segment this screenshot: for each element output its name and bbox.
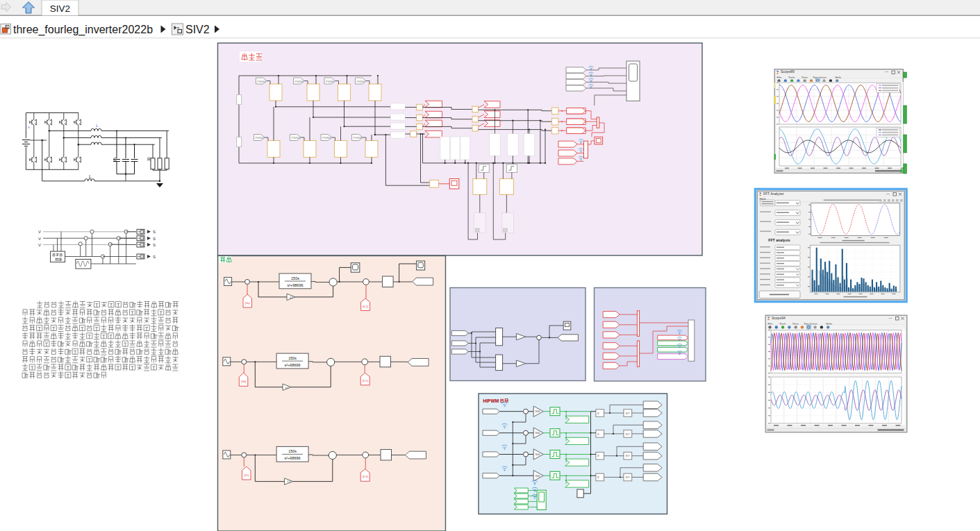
svg-text:[Vc]: [Vc] (244, 473, 249, 477)
svg-text:—: — (886, 192, 890, 196)
svg-text:PWM5: PWM5 (326, 80, 335, 83)
svg-text:R: R (147, 157, 151, 162)
svg-text:0.1: 0.1 (290, 296, 293, 299)
svg-text:0.1: 0.1 (288, 480, 291, 483)
svg-text:≥: ≥ (597, 432, 599, 436)
svg-text:150s: 150s (288, 449, 297, 453)
svg-text:NOT: NOT (626, 412, 631, 415)
svg-text:≥: ≥ (597, 411, 599, 415)
svg-text:NOT: NOT (626, 476, 631, 479)
svg-text:PWM1: PWM1 (258, 80, 267, 83)
svg-text:3000: 3000 (535, 432, 540, 435)
svg-text:≥: ≥ (597, 453, 599, 457)
svg-text:PWM6: PWM6 (322, 136, 331, 140)
svg-text:[IL1]: [IL1] (363, 305, 368, 308)
svg-text:S: S (153, 230, 156, 234)
svg-text:V: V (38, 237, 41, 241)
svg-text:[IL3]: [IL3] (363, 475, 368, 478)
svg-text:SIV2: SIV2 (185, 24, 210, 35)
svg-text:FFT analysis: FFT analysis (768, 238, 790, 242)
svg-text:PWM4: PWM4 (292, 136, 301, 140)
svg-text:s²+98696: s²+98696 (285, 363, 301, 367)
svg-text:HIPWM: HIPWM (483, 398, 499, 403)
svg-text:3000: 3000 (535, 410, 540, 413)
svg-text:3000: 3000 (535, 475, 540, 478)
svg-text:—: — (885, 69, 888, 74)
svg-text:FFT Analyzer: FFT Analyzer (763, 192, 784, 196)
svg-text:PWM7: PWM7 (357, 80, 366, 83)
svg-text:NOT: NOT (626, 433, 631, 436)
svg-text:L: L (96, 124, 99, 128)
svg-text:S: S (153, 237, 156, 241)
svg-text:—: — (889, 316, 892, 320)
svg-text:S: S (153, 243, 156, 247)
svg-text:PWM3: PWM3 (295, 80, 304, 83)
svg-text:0.1: 0.1 (285, 387, 289, 389)
svg-text:[Va]: [Va] (245, 301, 250, 305)
svg-text:3000: 3000 (535, 453, 540, 456)
svg-text:C: C (113, 157, 117, 162)
svg-text:150s: 150s (291, 276, 299, 280)
svg-text:S: S (153, 255, 156, 259)
svg-text:SIV2: SIV2 (50, 3, 70, 14)
svg-text:S: S (28, 126, 30, 129)
svg-text:Scope94: Scope94 (772, 316, 786, 320)
svg-text:NOT: NOT (626, 455, 631, 457)
svg-text:three_fourleg_inverter2022b: three_fourleg_inverter2022b (13, 24, 153, 36)
svg-text:s²+98696: s²+98696 (287, 283, 303, 287)
svg-text:150s: 150s (288, 356, 297, 360)
svg-text:PWM8: PWM8 (354, 136, 363, 140)
svg-text:Scope89: Scope89 (781, 69, 795, 74)
svg-text:V: V (38, 243, 41, 247)
svg-text:L: L (89, 174, 92, 179)
svg-text:PWM2: PWM2 (256, 136, 265, 140)
svg-text:[IL2]: [IL2] (363, 379, 368, 382)
svg-text:[Vb]: [Vb] (241, 380, 246, 383)
svg-text:V: V (38, 230, 41, 234)
svg-text:s²+98696: s²+98696 (285, 456, 301, 460)
svg-text:≥: ≥ (597, 475, 599, 479)
